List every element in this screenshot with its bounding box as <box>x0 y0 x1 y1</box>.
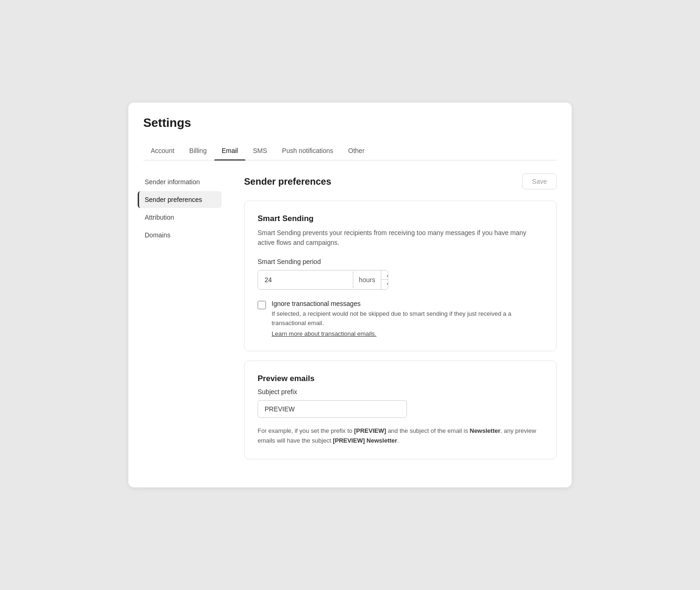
tab-billing[interactable]: Billing <box>182 141 214 160</box>
settings-header: Settings Account Billing Email SMS Push … <box>128 103 572 160</box>
tab-account[interactable]: Account <box>143 141 182 160</box>
transactional-learn-more-link[interactable]: Learn more about transactional emails. <box>272 330 377 337</box>
transactional-checkbox[interactable] <box>258 301 266 309</box>
sidebar-item-sender-information[interactable]: Sender information <box>138 174 222 190</box>
tab-other[interactable]: Other <box>341 141 372 160</box>
example-text: For example, if you set the prefix to [P… <box>258 426 543 446</box>
smart-sending-card: Smart Sending Smart Sending prevents you… <box>244 201 557 351</box>
example-bold2: Newsletter <box>470 427 501 434</box>
example-bold3: [PREVIEW] Newsletter <box>333 437 397 444</box>
period-input-wrapper: hours ▲ ▼ <box>258 270 388 290</box>
tabs-nav: Account Billing Email SMS Push notificat… <box>143 141 557 160</box>
settings-body: Sender information Sender preferences At… <box>128 160 572 487</box>
content-header: Sender preferences Save <box>244 174 557 189</box>
main-content: Sender preferences Save Smart Sending Sm… <box>231 160 572 487</box>
subject-prefix-input[interactable] <box>258 400 407 418</box>
smart-sending-title: Smart Sending <box>258 214 543 223</box>
period-label: Smart Sending period <box>258 258 543 265</box>
hours-label: hours <box>353 271 381 288</box>
save-button[interactable]: Save <box>522 174 557 189</box>
transactional-checkbox-row: Ignore transactional messages If selecte… <box>258 300 543 338</box>
example-text-part2: and the subject of the email is <box>386 427 469 434</box>
checkbox-content: Ignore transactional messages If selecte… <box>272 300 543 338</box>
sidebar: Sender information Sender preferences At… <box>128 160 231 487</box>
preview-emails-title: Preview emails <box>258 374 543 383</box>
tab-push-notifications[interactable]: Push notifications <box>274 141 341 160</box>
sidebar-item-attribution[interactable]: Attribution <box>138 209 222 226</box>
smart-sending-description: Smart Sending prevents your recipients f… <box>258 228 543 248</box>
checkbox-description: If selected, a recipient would not be sk… <box>272 309 543 327</box>
example-text-part1: For example, if you set the prefix to <box>258 427 354 434</box>
preview-emails-card: Preview emails Subject prefix For exampl… <box>244 361 557 459</box>
period-input[interactable] <box>258 271 353 288</box>
settings-container: Settings Account Billing Email SMS Push … <box>128 103 572 487</box>
spinner-buttons: ▲ ▼ <box>381 271 388 289</box>
content-title: Sender preferences <box>244 176 331 187</box>
page-title: Settings <box>143 116 557 130</box>
spinner-down-button[interactable]: ▼ <box>381 280 388 289</box>
spinner-up-button[interactable]: ▲ <box>381 271 388 280</box>
subject-prefix-label: Subject prefix <box>258 388 543 396</box>
checkbox-title: Ignore transactional messages <box>272 300 543 307</box>
sidebar-item-domains[interactable]: Domains <box>138 227 222 243</box>
example-bold1: [PREVIEW] <box>354 427 386 434</box>
sidebar-item-sender-preferences[interactable]: Sender preferences <box>138 191 222 208</box>
example-text-part4: . <box>397 437 399 444</box>
tab-sms[interactable]: SMS <box>245 141 274 160</box>
tab-email[interactable]: Email <box>214 141 245 160</box>
